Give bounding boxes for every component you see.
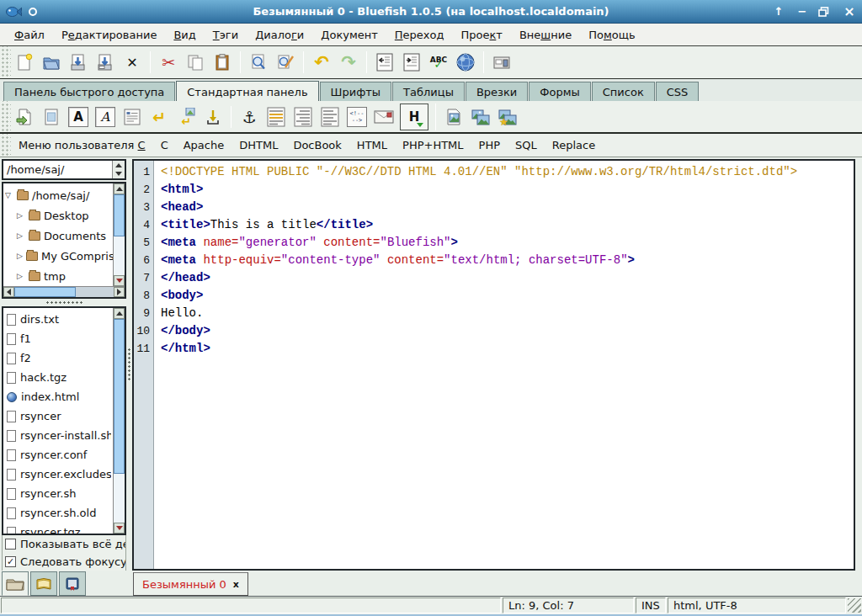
anchor-button[interactable]: ⚓ bbox=[236, 104, 263, 130]
quickstart-button[interactable] bbox=[11, 104, 38, 130]
file-list-item[interactable]: rsyncer.tgz bbox=[5, 523, 111, 534]
custom-menu-item-4[interactable]: DocBook bbox=[285, 135, 349, 155]
thumbnail-button[interactable] bbox=[467, 104, 494, 130]
custom-menu-item-0[interactable]: Меню пользователя С bbox=[11, 135, 153, 155]
menubar-item-9[interactable]: Помощь bbox=[581, 26, 642, 44]
find-replace-button[interactable] bbox=[272, 50, 299, 75]
code-line[interactable]: </head> bbox=[161, 269, 854, 287]
file-list-item[interactable]: dirs.txt bbox=[5, 310, 111, 329]
custom-menu-item-7[interactable]: PHP bbox=[471, 135, 508, 155]
scroll-left-icon[interactable] bbox=[3, 287, 14, 297]
tree-root-row[interactable]: ▽/home/saj/ bbox=[5, 185, 111, 205]
maximize-icon[interactable] bbox=[818, 7, 833, 17]
sidebar-pane-handle[interactable] bbox=[2, 299, 126, 306]
break-clear-button[interactable]: ↵ bbox=[173, 104, 200, 130]
save-as-button[interactable] bbox=[92, 50, 119, 75]
files-vertical-scrollbar[interactable] bbox=[113, 308, 125, 534]
bold-button[interactable]: A bbox=[65, 104, 92, 130]
menubar-item-7[interactable]: Проект bbox=[453, 26, 509, 44]
toolbar-tab-0[interactable]: Панель быстрого доступа bbox=[3, 82, 175, 101]
checkbox-icon[interactable] bbox=[5, 539, 16, 550]
follow-focus-checkbox[interactable]: ✓ Следовать фокусу bbox=[2, 553, 126, 571]
code-line[interactable]: </html> bbox=[161, 340, 854, 358]
code-line[interactable]: <!DOCTYPE HTML PUBLIC "-//W3C//DTD HTML … bbox=[161, 163, 854, 181]
multi-thumbnail-button[interactable]: ★ bbox=[494, 104, 521, 130]
tree-vertical-scrollbar[interactable] bbox=[113, 183, 125, 286]
new-file-button[interactable] bbox=[11, 50, 38, 75]
code-line[interactable]: <html> bbox=[161, 181, 854, 199]
non-breaking-space-button[interactable] bbox=[200, 104, 226, 130]
custom-menu-item-3[interactable]: DHTML bbox=[231, 135, 285, 155]
code-line[interactable]: <meta http-equiv="content-type" content=… bbox=[161, 252, 854, 269]
code-line[interactable]: <head> bbox=[161, 199, 854, 216]
email-button[interactable] bbox=[370, 104, 397, 130]
tree-collapsed-icon[interactable]: ▷ bbox=[17, 272, 25, 280]
tree-collapsed-icon[interactable]: ▷ bbox=[17, 231, 25, 240]
file-list-item[interactable]: f1 bbox=[5, 329, 111, 348]
custom-menu-item-9[interactable]: Replace bbox=[545, 135, 603, 155]
tree-collapsed-icon[interactable]: ▷ bbox=[17, 252, 23, 260]
menubar-item-6[interactable]: Переход bbox=[387, 26, 452, 44]
custom-menu-item-6[interactable]: PHP+HTML bbox=[395, 135, 471, 155]
directory-combo[interactable]: /home/saj/ bbox=[2, 159, 126, 180]
toolbar-tab-4[interactable]: Врезки bbox=[466, 82, 528, 101]
file-list-item[interactable]: rsyncer.sh bbox=[5, 484, 111, 503]
heading-dropdown-button[interactable]: H bbox=[397, 104, 431, 130]
sticky-button[interactable] bbox=[29, 8, 37, 16]
custom-menu-item-8[interactable]: SQL bbox=[508, 135, 545, 155]
checkbox-icon[interactable]: ✓ bbox=[5, 556, 16, 567]
redo-button[interactable]: ↷ bbox=[335, 50, 362, 75]
save-button[interactable] bbox=[65, 50, 92, 75]
align-right-button[interactable] bbox=[290, 104, 317, 130]
menubar-item-1[interactable]: Редактирование bbox=[54, 26, 164, 44]
toolbar-tab-3[interactable]: Таблицы bbox=[392, 82, 465, 101]
file-list-item[interactable]: rsyncer bbox=[5, 406, 111, 426]
copy-button[interactable] bbox=[182, 50, 209, 75]
indent-button[interactable] bbox=[398, 50, 425, 75]
preview-in-browser-icon[interactable] bbox=[452, 50, 479, 75]
minimize-icon[interactable]: − bbox=[795, 5, 810, 18]
show-full-tree-checkbox[interactable]: Показывать всё де bbox=[2, 535, 126, 553]
code-line[interactable]: </body> bbox=[161, 322, 854, 340]
reference-tab[interactable] bbox=[30, 571, 57, 596]
spinner-down-icon[interactable] bbox=[113, 170, 125, 179]
align-left-button[interactable] bbox=[317, 104, 343, 130]
toolbar-grip[interactable] bbox=[0, 101, 11, 132]
keep-above-icon[interactable]: ↑ bbox=[771, 5, 786, 18]
document-tab[interactable]: Безымянный 0 x bbox=[133, 572, 248, 596]
toolbar-grip[interactable] bbox=[0, 46, 11, 78]
menubar-item-8[interactable]: Внешние bbox=[512, 26, 579, 44]
toolbar-tab-1[interactable]: Стандартная панель bbox=[176, 81, 318, 101]
close-icon[interactable]: × bbox=[842, 3, 857, 19]
toolbar-tab-5[interactable]: Формы bbox=[529, 82, 590, 101]
filebrowser-tab[interactable] bbox=[2, 571, 29, 596]
tree-collapsed-icon[interactable]: ▷ bbox=[17, 211, 25, 220]
insert-image-button[interactable] bbox=[440, 104, 467, 130]
toolbar-tab-2[interactable]: Шрифты bbox=[320, 82, 392, 101]
scroll-down-icon[interactable] bbox=[114, 275, 125, 286]
file-list-item[interactable]: rsyncer.sh.old bbox=[5, 503, 111, 523]
file-list-item[interactable]: index.html bbox=[5, 387, 111, 406]
scroll-down-icon[interactable] bbox=[114, 523, 125, 534]
code-line[interactable]: <title>This is a title</title> bbox=[161, 216, 854, 234]
tree-child-row[interactable]: ▷tmp bbox=[5, 266, 111, 286]
spinner-up-icon[interactable] bbox=[113, 161, 125, 170]
cut-button[interactable]: ✂ bbox=[155, 50, 182, 75]
center-button[interactable] bbox=[263, 104, 290, 130]
file-list-item[interactable]: rsyncer-install.sh bbox=[5, 426, 111, 445]
line-break-button[interactable]: ↵ bbox=[146, 104, 173, 130]
toolbar-tab-6[interactable]: Список bbox=[592, 82, 655, 101]
code-line[interactable]: Hello. bbox=[161, 305, 854, 322]
file-list-item[interactable]: rsyncer.excludes bbox=[5, 465, 111, 484]
menubar-item-2[interactable]: Вид bbox=[166, 26, 203, 44]
view-panes-button[interactable] bbox=[488, 50, 515, 75]
scroll-up-icon[interactable] bbox=[114, 183, 125, 194]
toolbar-grip[interactable] bbox=[0, 134, 11, 157]
tree-child-row[interactable]: ▷Desktop bbox=[5, 205, 111, 226]
menubar-item-4[interactable]: Диалоги bbox=[247, 26, 311, 44]
scroll-up-icon[interactable] bbox=[114, 308, 125, 319]
directory-path-value[interactable]: /home/saj/ bbox=[3, 163, 112, 176]
file-list-item[interactable]: rsyncer.conf bbox=[5, 445, 111, 465]
resize-grip[interactable] bbox=[848, 598, 861, 613]
code-area[interactable]: <!DOCTYPE HTML PUBLIC "-//W3C//DTD HTML … bbox=[154, 161, 854, 569]
